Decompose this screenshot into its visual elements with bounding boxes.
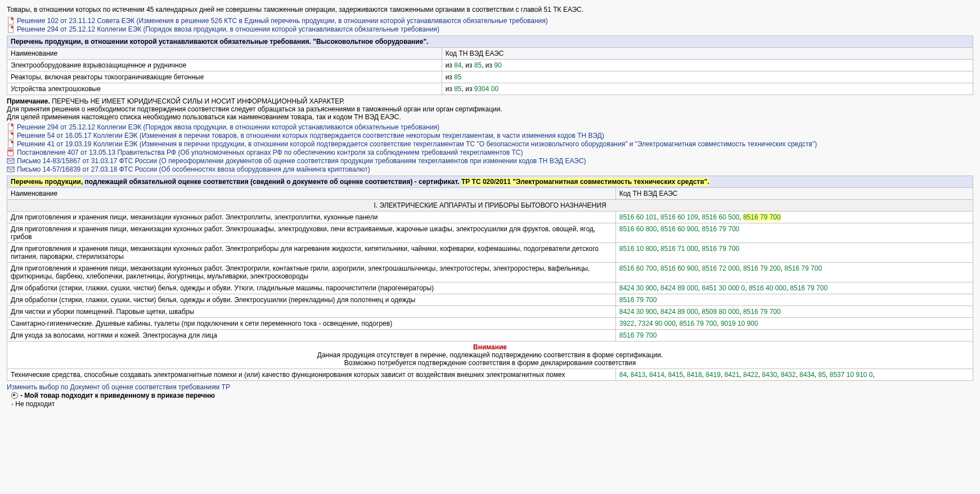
- doc-link[interactable]: Решение 54 от 16.05.17 Коллегии ЕЭК (Изм…: [17, 132, 604, 140]
- code-cell: 8516 79 700: [615, 294, 973, 306]
- code-cell: 8516 60 101, 8516 60 109, 8516 60 500, 8…: [615, 212, 973, 223]
- code-cell: из 85, из 9304 00: [442, 83, 973, 95]
- doc-link[interactable]: Постановление 407 от 13.05.13 Правительс…: [17, 149, 523, 156]
- radio-notfits-label: - Не подходит: [11, 400, 55, 408]
- tnved-code[interactable]: 85: [474, 61, 482, 69]
- name-cell: Для приготовления и хранения пищи, механ…: [7, 243, 616, 263]
- tnved-code[interactable]: 90: [494, 61, 501, 69]
- note-block: Примечание. ПЕРЕЧЕНЬ НЕ ИМЕЕТ ЮРИДИЧЕСКО…: [7, 97, 973, 121]
- name-cell: Реакторы, включая реакторы токоограничив…: [7, 71, 442, 83]
- tnved-code[interactable]: 8516 60 109: [660, 213, 698, 221]
- table-emc: Перечень продукции, подлежащей обязатель…: [7, 176, 973, 381]
- table-row: Для чистки и уборки помещений. Паровые щ…: [7, 306, 973, 318]
- table-row: Для обработки (стирки, глажки, сушки, чи…: [7, 294, 973, 306]
- tnved-code[interactable]: 85: [818, 371, 825, 379]
- tnved-code[interactable]: 8434: [799, 371, 815, 379]
- tnved-code[interactable]: 8414: [649, 371, 664, 379]
- name-cell: Для ухода за волосами, ногтями и кожей. …: [7, 330, 616, 342]
- doc-icon: [7, 132, 15, 140]
- tnved-code[interactable]: 8424 30 900: [619, 284, 657, 292]
- tnved-code[interactable]: 8516 60 800: [619, 225, 657, 233]
- tnved-code[interactable]: 8422: [743, 371, 758, 379]
- svg-point-1: [11, 17, 13, 20]
- tnved-code[interactable]: 8516 71 000: [660, 245, 698, 253]
- tnved-code[interactable]: 8516 60 900: [660, 225, 698, 233]
- tnved-code[interactable]: 8516 60 500: [702, 213, 740, 221]
- tnved-code[interactable]: 8516 79 700: [743, 308, 781, 316]
- tnved-code[interactable]: 84: [454, 61, 461, 69]
- tnved-code[interactable]: 8516 79 700: [743, 213, 781, 221]
- table-highvoltage: Перечень продукции, в отношении которой …: [7, 35, 973, 95]
- tnved-code[interactable]: 8516 40 000: [749, 284, 786, 292]
- doc-link[interactable]: Решение 41 от 19.03.19 Коллегии ЕЭК (Изм…: [17, 140, 817, 148]
- tnved-code[interactable]: 3922: [619, 320, 635, 327]
- top-links: Решение 102 от 23.11.12 Совета ЕЭК (Изме…: [7, 17, 973, 33]
- intro-para: Товары, в отношении которых по истечении…: [7, 6, 973, 14]
- radio-fits-label: - Мой товар подходит к приведенному в пр…: [20, 392, 215, 399]
- table1-col-name: Наименование: [7, 48, 442, 60]
- doc-icon: [7, 17, 15, 25]
- tnved-code[interactable]: 8430: [762, 371, 777, 379]
- table-row: Для ухода за волосами, ногтями и кожей. …: [7, 330, 973, 342]
- tnved-code[interactable]: 8516 10 800: [619, 245, 657, 253]
- svg-point-5: [11, 124, 13, 126]
- code-cell: 8424 30 900, 8424 89 000, 8509 80 000, 8…: [615, 306, 973, 318]
- table-row: Для приготовления и хранения пищи, механ…: [7, 223, 973, 243]
- tnved-code[interactable]: 8516 79 700: [619, 296, 657, 304]
- tnved-code[interactable]: 85: [454, 85, 461, 93]
- table-row: Устройства электрошоковыеиз 85, из 9304 …: [7, 83, 973, 95]
- code-cell: 8516 60 800, 8516 60 900, 8516 79 700: [615, 223, 973, 243]
- tnved-code[interactable]: 8421: [725, 371, 740, 379]
- change-selection-link[interactable]: Изменить выбор по Документ об оценке соо…: [7, 383, 230, 391]
- doc-link[interactable]: Письмо 14-83/15867 от 31.03.17 ФТС Росси…: [17, 157, 586, 165]
- tnved-code[interactable]: 8516 79 200: [743, 264, 781, 272]
- tnved-code[interactable]: 8413: [631, 371, 646, 379]
- tnved-code[interactable]: 8418: [687, 371, 702, 379]
- doc-link[interactable]: Письмо 14-57/16839 от 27.03.18 ФТС Росси…: [17, 165, 370, 173]
- footer: Изменить выбор по Документ об оценке соо…: [7, 383, 973, 408]
- tnved-code[interactable]: 8516 79 700: [702, 225, 740, 233]
- code-cell: 8424 30 900, 8424 89 000, 8451 30 000 0,…: [615, 282, 973, 294]
- tnved-code[interactable]: 8516 60 900: [660, 264, 698, 272]
- tnved-code[interactable]: 8415: [668, 371, 683, 379]
- doc-link[interactable]: Решение 102 от 23.11.12 Совета ЕЭК (Изме…: [17, 17, 548, 25]
- tnved-code[interactable]: 8516 60 700: [619, 264, 657, 272]
- tnved-code[interactable]: 8516 72 000: [702, 264, 740, 272]
- tnved-code[interactable]: 8516 60 101: [619, 213, 657, 221]
- tnved-code[interactable]: 9304 00: [474, 85, 498, 93]
- tnved-code[interactable]: 8516 79 700: [790, 284, 828, 292]
- tnved-code[interactable]: 8424 89 000: [660, 284, 698, 292]
- name-cell: Для приготовления и хранения пищи, механ…: [7, 212, 616, 223]
- doc-link[interactable]: Решение 294 от 25.12.12 Коллегии ЕЭК (По…: [17, 123, 439, 131]
- code-cell: 8516 60 700, 8516 60 900, 8516 72 000, 8…: [615, 263, 973, 282]
- table-row: Реакторы, включая реакторы токоограничив…: [7, 71, 973, 83]
- tnved-code[interactable]: 9019 10 900: [721, 320, 758, 327]
- code-cell: 3922, 7324 90 000, 8516 79 700, 9019 10 …: [615, 318, 973, 330]
- doc-icon: [7, 149, 15, 156]
- tnved-code[interactable]: 8432: [781, 371, 796, 379]
- tnved-code[interactable]: 8516 79 700: [679, 320, 717, 327]
- tnved-code[interactable]: 8509 80 000: [702, 308, 740, 316]
- tnved-code[interactable]: 8424 89 000: [660, 308, 698, 316]
- code-cell: 8516 79 700: [615, 330, 973, 342]
- tnved-code[interactable]: 8537 10 910 0: [830, 371, 873, 379]
- tnved-code[interactable]: 8419: [705, 371, 721, 379]
- doc-icon: [7, 165, 15, 173]
- tnved-code[interactable]: 85: [454, 73, 461, 81]
- table-row: Для приготовления и хранения пищи, механ…: [7, 212, 973, 223]
- tnved-code[interactable]: 8516 79 700: [784, 264, 822, 272]
- svg-point-7: [11, 132, 13, 134]
- tnved-code[interactable]: 84: [619, 371, 627, 379]
- tnved-code[interactable]: 8516 79 700: [619, 331, 657, 339]
- name-cell: Устройства электрошоковые: [7, 83, 442, 95]
- table2-col-name: Наименование: [7, 188, 616, 200]
- name-cell: Для приготовления и хранения пищи, механ…: [7, 263, 616, 282]
- tnved-code[interactable]: 8424 30 900: [619, 308, 657, 316]
- tnved-code[interactable]: 8451 30 000 0: [702, 284, 745, 292]
- tnved-code[interactable]: 8516 79 700: [702, 245, 740, 253]
- doc-link[interactable]: Решение 294 от 25.12.12 Коллегии ЕЭК (По…: [17, 25, 439, 33]
- table2-section: I. ЭЛЕКТРИЧЕСКИЕ АППАРАТЫ И ПРИБОРЫ БЫТО…: [7, 200, 973, 212]
- doc-icon: [7, 157, 15, 165]
- radio-fits[interactable]: [11, 392, 18, 399]
- tnved-code[interactable]: 7324 90 000: [638, 320, 676, 327]
